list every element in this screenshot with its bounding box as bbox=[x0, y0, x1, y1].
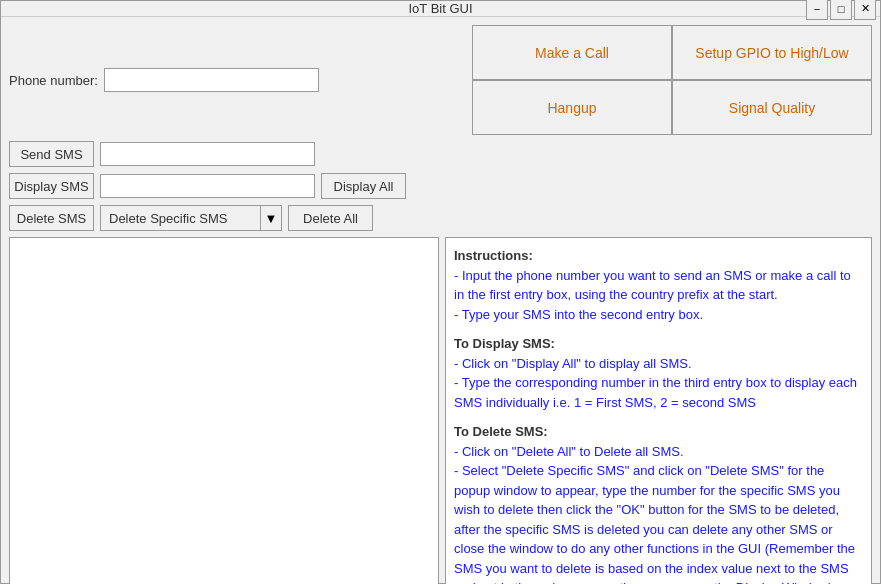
right-buttons-grid: Make a Call Setup GPIO to High/Low Hangu… bbox=[472, 25, 872, 135]
delete-line1: - Click on "Delete All" to Delete all SM… bbox=[454, 444, 684, 459]
display-sms-button[interactable]: Display SMS bbox=[9, 173, 94, 199]
display-line1: - Click on "Display All" to display all … bbox=[454, 356, 692, 371]
instruction-line1: - Input the phone number you want to sen… bbox=[454, 268, 851, 303]
signal-quality-button[interactable]: Signal Quality bbox=[672, 80, 872, 135]
send-sms-row: Send SMS bbox=[9, 141, 872, 167]
delete-line2: - Select "Delete Specific SMS" and click… bbox=[454, 463, 855, 584]
phone-input[interactable] bbox=[104, 68, 319, 92]
window-controls: − □ ✕ bbox=[806, 0, 876, 20]
delete-all-button[interactable]: Delete All bbox=[288, 205, 373, 231]
phone-row: Phone number: Make a Call Setup GPIO to … bbox=[9, 25, 872, 135]
setup-gpio-button[interactable]: Setup GPIO to High/Low bbox=[672, 25, 872, 80]
instruction-line2: - Type your SMS into the second entry bo… bbox=[454, 307, 703, 322]
sms-input[interactable] bbox=[100, 142, 315, 166]
instructions-panel: Instructions: - Input the phone number y… bbox=[445, 237, 872, 584]
display-title: To Display SMS: bbox=[454, 336, 555, 351]
maximize-button[interactable]: □ bbox=[830, 0, 852, 20]
close-button[interactable]: ✕ bbox=[854, 0, 876, 20]
display-sms-row: Display SMS Display All bbox=[9, 173, 872, 199]
delete-specific-button[interactable]: Delete Specific SMS bbox=[100, 205, 260, 231]
delete-specific-group: Delete Specific SMS ▼ bbox=[100, 205, 282, 231]
make-call-button[interactable]: Make a Call bbox=[472, 25, 672, 80]
hangup-button[interactable]: Hangup bbox=[472, 80, 672, 135]
sms-output-area bbox=[9, 237, 439, 584]
content-area: Phone number: Make a Call Setup GPIO to … bbox=[1, 17, 880, 584]
display-line2: - Type the corresponding number in the t… bbox=[454, 375, 857, 410]
dropdown-arrow-icon[interactable]: ▼ bbox=[260, 205, 282, 231]
instructions-title: Instructions: bbox=[454, 248, 533, 263]
minimize-button[interactable]: − bbox=[806, 0, 828, 20]
display-sms-input[interactable] bbox=[100, 174, 315, 198]
send-sms-button[interactable]: Send SMS bbox=[9, 141, 94, 167]
delete-title: To Delete SMS: bbox=[454, 424, 548, 439]
bottom-area: Instructions: - Input the phone number y… bbox=[9, 237, 872, 584]
display-all-button[interactable]: Display All bbox=[321, 173, 406, 199]
phone-label: Phone number: bbox=[9, 73, 98, 88]
title-bar: IoT Bit GUI − □ ✕ bbox=[1, 1, 880, 17]
delete-sms-button[interactable]: Delete SMS bbox=[9, 205, 94, 231]
window-title: IoT Bit GUI bbox=[408, 1, 472, 16]
main-window: IoT Bit GUI − □ ✕ Phone number: Make a C… bbox=[0, 0, 881, 584]
delete-sms-row: Delete SMS Delete Specific SMS ▼ Delete … bbox=[9, 205, 872, 231]
